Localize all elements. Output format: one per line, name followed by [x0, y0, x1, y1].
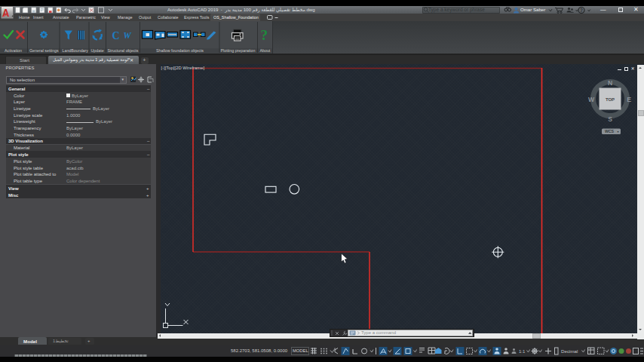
svg-text:E: E	[627, 96, 631, 103]
svg-text:WCS: WCS	[605, 129, 615, 133]
svg-text:▾: ▾	[618, 130, 619, 133]
svg-text:?: ?	[261, 27, 268, 43]
svg-text:TOP: TOP	[606, 97, 615, 102]
svg-text:S: S	[608, 115, 612, 123]
svg-text:1:1: 1:1	[519, 349, 526, 354]
svg-text:W: W	[588, 96, 595, 103]
svg-text:Decimal: Decimal	[561, 348, 578, 354]
svg-text:?: ?	[580, 8, 583, 13]
svg-text:N: N	[608, 79, 612, 87]
svg-text:C: C	[112, 30, 120, 41]
svg-text:W: W	[124, 31, 132, 40]
